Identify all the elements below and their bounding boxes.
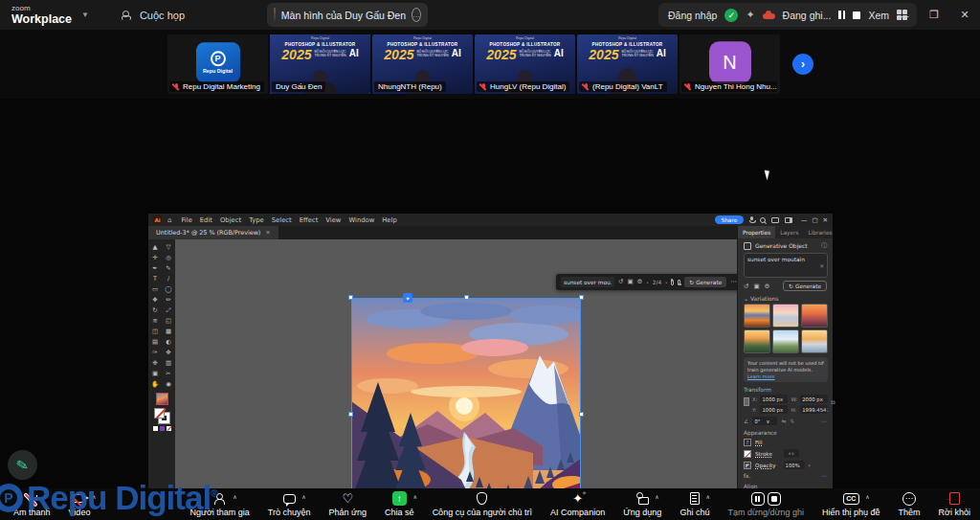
menu-effect[interactable]: Effect (300, 216, 319, 224)
rotate-field[interactable]: 0°∨ (752, 417, 777, 425)
audio-chevron-icon[interactable]: ∧ (42, 493, 46, 500)
settings-gear-icon[interactable]: ⚙ (637, 279, 643, 285)
selection-handle[interactable] (464, 295, 469, 300)
notes-chevron-icon[interactable]: ∧ (705, 493, 709, 500)
variation-thumb[interactable] (801, 304, 828, 328)
security-shield-icon[interactable]: ✓ (724, 9, 738, 22)
selection-handle[interactable] (579, 295, 584, 300)
close-icon[interactable]: ✕ (949, 0, 980, 30)
prev-variation-icon[interactable]: ‹ (646, 280, 648, 285)
tool-pen-icon[interactable]: ✒ (149, 263, 161, 273)
dismiss-notice-icon[interactable]: ✕ (821, 359, 825, 366)
generate-button[interactable]: ↻Generate (684, 277, 726, 287)
participant-tile[interactable]: Repu Digital PHOTOSHOP & ILLUSTRATOR 202… (577, 34, 678, 94)
color-mode-buttons[interactable] (153, 426, 171, 431)
participant-tile-active-speaker[interactable]: Repu Digital PHOTOSHOP & ILLUSTRATOR 202… (270, 34, 370, 94)
next-variation-icon[interactable]: › (665, 280, 667, 285)
search-icon[interactable] (760, 217, 766, 223)
notes-button[interactable]: ∧ Ghi chú (679, 491, 709, 517)
panel-prompt-input[interactable]: sunset over moutain ✕ (744, 253, 828, 278)
tool-eyedropper-icon[interactable]: ✑ (149, 348, 161, 357)
constrain-proportions-icon[interactable]: ⧉ (831, 398, 835, 406)
tool-mesh-icon[interactable]: ▤ (149, 337, 161, 347)
pause-stop-recording-button[interactable]: Tạm dừng/dừng ghi (727, 491, 804, 517)
more-options-icon[interactable]: ⋯ (730, 279, 737, 285)
y-field[interactable]: 1000 px (760, 405, 788, 414)
voice-icon[interactable] (749, 216, 754, 223)
arrange-docs-icon[interactable] (771, 217, 779, 223)
video-chevron-icon[interactable]: ∧ (92, 493, 96, 500)
sign-in-button[interactable]: Đăng nhập (668, 10, 717, 21)
chat-chevron-icon[interactable]: ∧ (301, 493, 305, 500)
thumbs-down-icon[interactable] (678, 280, 680, 285)
tool-blend-icon[interactable]: ✥ (163, 348, 174, 357)
captions-chevron-icon[interactable]: ∧ (865, 493, 869, 500)
tool-direct-selection-icon[interactable]: ▽ (163, 242, 174, 252)
generated-artwork[interactable]: ✦ (351, 298, 581, 520)
more-options-icon[interactable]: ⋯ (821, 418, 827, 424)
tab-layers[interactable]: Layers (775, 226, 803, 238)
illustrator-app-icon[interactable]: Ai (153, 215, 162, 224)
variation-thumb[interactable] (744, 304, 770, 328)
close-tab-icon[interactable]: ✕ (265, 229, 270, 237)
tool-scale-icon[interactable]: ⤢ (163, 305, 174, 315)
history-icon[interactable]: ↺ (618, 279, 623, 285)
w-field[interactable]: 2000 px (800, 395, 828, 403)
workspace-switcher-icon[interactable] (785, 217, 792, 223)
tool-artboard-icon[interactable]: ▣ (149, 369, 161, 378)
tool-hand-icon[interactable]: ✋ (149, 379, 161, 389)
participants-button[interactable]: ∧ Người tham gia (189, 491, 249, 517)
selection-handle[interactable] (348, 412, 353, 417)
settings-gear-icon[interactable]: ⚙ (765, 283, 770, 290)
h-field[interactable]: 1999.4547 (800, 405, 828, 414)
view-button[interactable]: Xem (868, 10, 889, 21)
tool-pencil-icon[interactable]: ✏ (163, 295, 174, 305)
tab-options-icon[interactable]: … (412, 8, 421, 22)
captions-button[interactable]: CC∧ Hiển thị phụ đề (822, 491, 880, 517)
selection-handle[interactable] (579, 412, 584, 417)
opacity-expand-icon[interactable]: › (809, 462, 811, 468)
chat-button[interactable]: ∧ Trò chuyện (268, 491, 311, 517)
stroke-swatch[interactable] (744, 450, 751, 458)
share-chevron-icon[interactable]: ∧ (412, 493, 416, 500)
canvas[interactable]: ↺ ▣ ⚙ ‹ 2/4 › ↻Generate ⋯ Done (175, 239, 737, 520)
ai-restore-icon[interactable]: ▢ (812, 216, 817, 224)
tab-libraries[interactable]: Libraries (803, 226, 836, 238)
tab-screen-share[interactable]: Màn hình của Duy Gấu Đen … (267, 3, 428, 27)
tool-curvature-icon[interactable]: ✎ (163, 263, 174, 273)
more-button[interactable]: ⋯ Thêm (899, 491, 921, 517)
fill-swatch[interactable]: ? (744, 439, 751, 446)
tool-rectangle-icon[interactable]: ▭ (149, 284, 161, 294)
more-options-icon[interactable]: ⋯ (821, 472, 827, 479)
menu-object[interactable]: Object (220, 216, 241, 224)
participant-tile[interactable]: N Nguyen Thi Hong Nhu... (679, 34, 780, 94)
home-icon[interactable]: ⌂ (167, 216, 171, 224)
tab-properties[interactable]: Properties (738, 226, 775, 238)
ai-share-button[interactable]: Share (715, 215, 744, 224)
workspace-chevron-icon[interactable]: ▼ (81, 11, 89, 19)
x-field[interactable]: 1000 px (760, 395, 788, 403)
ai-minimize-icon[interactable]: — (801, 216, 808, 224)
menu-help[interactable]: Help (382, 216, 397, 224)
annotate-button[interactable]: ✎ (8, 450, 37, 480)
tool-gradient-icon[interactable]: ◐ (163, 337, 174, 347)
ai-companion-button[interactable]: ✦ AI Companion (550, 491, 605, 517)
tool-symbol-icon[interactable]: ❉ (149, 358, 161, 368)
apps-chevron-icon[interactable]: ∧ (655, 493, 658, 500)
active-swatch[interactable] (156, 393, 168, 405)
reactions-button[interactable]: ♡ Phản ứng (329, 491, 368, 517)
fill-stroke-control[interactable] (154, 408, 169, 423)
leave-button[interactable]: Rời khỏi (939, 491, 970, 517)
stroke-weight-stepper[interactable]: ∧∨ (784, 449, 799, 458)
style-reference-icon[interactable]: ▣ (753, 283, 759, 290)
panel-generate-button[interactable]: ↻Generate (783, 281, 827, 291)
participant-tile[interactable]: Repu Digital PHOTOSHOP & ILLUSTRATOR 202… (372, 34, 473, 94)
flip-horizontal-icon[interactable]: ⇋ (781, 418, 786, 424)
tool-magic-wand-icon[interactable]: ✛ (149, 253, 161, 262)
stop-recording-icon[interactable] (768, 492, 781, 506)
tab-meeting[interactable]: Cuộc họp (122, 10, 185, 21)
menu-file[interactable]: File (181, 216, 191, 224)
share-screen-button[interactable]: ↑∧ Chia sẻ (385, 491, 414, 517)
variation-thumb[interactable] (801, 329, 828, 353)
tool-type-icon[interactable]: T (149, 274, 161, 283)
